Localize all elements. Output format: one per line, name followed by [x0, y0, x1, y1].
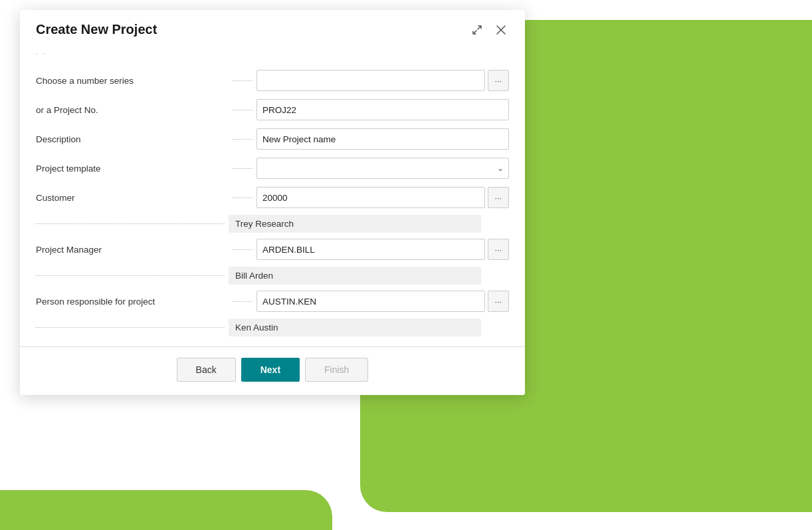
project-template-row: Project template ⌄ — [36, 154, 509, 183]
project-no-control — [256, 99, 509, 120]
responsible-input[interactable] — [256, 291, 485, 312]
back-button[interactable]: Back — [177, 358, 236, 382]
responsible-control: ··· — [256, 291, 509, 312]
customer-sub-row: Trey Research — [36, 212, 509, 235]
number-series-input[interactable] — [256, 70, 485, 91]
responsible-dots — [233, 301, 253, 302]
customer-sub-spacer — [36, 223, 229, 224]
responsible-label: Person responsible for project — [36, 297, 229, 307]
number-series-control: ··· — [256, 70, 509, 91]
dialog-scroll-area[interactable]: · · Choose a number series ··· — [20, 47, 525, 347]
number-series-row: Choose a number series ··· — [36, 66, 509, 95]
customer-input-group: ··· — [256, 187, 509, 208]
project-manager-control: ··· — [256, 239, 509, 260]
description-input[interactable] — [256, 128, 509, 150]
customer-dots — [233, 198, 253, 198]
finish-button[interactable]: Finish — [305, 358, 368, 382]
description-label: Description — [36, 134, 229, 144]
responsible-row: Person responsible for project ··· — [36, 287, 509, 316]
project-manager-sub-spacer — [36, 275, 229, 276]
description-dots — [233, 139, 253, 140]
responsible-sub-spacer — [36, 327, 229, 328]
responsible-sub-row: Ken Austin — [36, 316, 509, 338]
project-template-label: Project template — [36, 164, 229, 174]
project-manager-sub-value: Bill Arden — [229, 267, 481, 285]
customer-input[interactable] — [256, 187, 485, 208]
form-body: Choose a number series ··· or a Project … — [20, 61, 525, 338]
responsible-input-group: ··· — [256, 291, 509, 312]
expand-icon — [472, 25, 482, 35]
number-series-input-group: ··· — [256, 70, 509, 91]
project-manager-input-group: ··· — [256, 239, 509, 260]
project-template-dots — [233, 168, 253, 169]
project-manager-row: Project Manager ··· — [36, 235, 509, 264]
dialog-header-icons — [469, 23, 509, 37]
close-button[interactable] — [493, 23, 509, 37]
project-manager-ellipsis-button[interactable]: ··· — [488, 239, 509, 260]
customer-label: Customer — [36, 193, 229, 203]
project-no-row: or a Project No. — [36, 95, 509, 124]
create-project-dialog: Create New Project · · — [20, 10, 525, 395]
dialog-overlay: Create New Project · · — [20, 10, 525, 515]
project-manager-sub-row: Bill Arden — [36, 264, 509, 287]
number-series-ellipsis-button[interactable]: ··· — [488, 70, 509, 91]
responsible-sub-value: Ken Austin — [229, 319, 481, 336]
project-manager-label: Project Manager — [36, 245, 229, 255]
dialog-header: Create New Project — [20, 10, 525, 47]
description-control — [256, 128, 509, 150]
customer-control: ··· — [256, 187, 509, 208]
scroll-hint: · · — [20, 47, 525, 61]
project-no-label: or a Project No. — [36, 105, 229, 115]
customer-row: Customer ··· — [36, 183, 509, 212]
customer-ellipsis-button[interactable]: ··· — [488, 187, 509, 208]
close-icon — [496, 25, 506, 35]
customer-sub-value: Trey Research — [229, 215, 481, 233]
project-template-control: ⌄ — [256, 158, 509, 179]
project-manager-input[interactable] — [256, 239, 485, 260]
dialog-title: Create New Project — [36, 22, 157, 37]
next-button[interactable]: Next — [241, 358, 300, 382]
dialog-footer: Back Next Finish — [20, 347, 525, 395]
number-series-dots — [233, 80, 253, 81]
expand-button[interactable] — [469, 23, 485, 37]
description-row: Description — [36, 124, 509, 154]
project-no-dots — [233, 110, 253, 110]
project-manager-dots — [233, 249, 253, 250]
responsible-ellipsis-button[interactable]: ··· — [488, 291, 509, 312]
project-no-input[interactable] — [256, 99, 509, 120]
number-series-label: Choose a number series — [36, 76, 229, 86]
project-template-select[interactable] — [256, 158, 509, 179]
project-template-select-wrap: ⌄ — [256, 158, 509, 179]
